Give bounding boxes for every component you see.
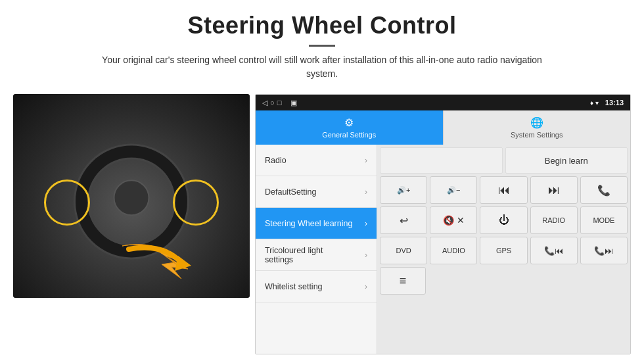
menu-tricolour-label: Tricoloured lightsettings — [265, 246, 365, 264]
signal-icon: ♦ ▾ — [590, 99, 599, 107]
volume-up-button[interactable]: 🔊+ — [380, 176, 427, 204]
back-icon[interactable]: ◁ — [262, 99, 267, 107]
menu-radio-label: Radio — [265, 156, 365, 165]
mute-button[interactable]: 🔇 ✕ — [430, 206, 477, 234]
recent-icon[interactable]: □ — [277, 99, 282, 107]
system-settings-icon: 🌐 — [530, 116, 543, 129]
car-image — [13, 94, 250, 298]
nav-icons: ◁ ○ □ ▣ — [262, 99, 297, 107]
steering-wheel-center — [114, 180, 150, 216]
empty-control-box — [380, 147, 503, 174]
audio-button[interactable]: AUDIO — [430, 237, 477, 264]
dvd-label: DVD — [396, 247, 411, 254]
mode-label: MODE — [593, 216, 614, 224]
menu-list: Radio › DefaultSetting › Steering Wheel … — [256, 145, 377, 354]
control-row-3: DVD AUDIO GPS 📞⏮ 📞⏭ — [380, 237, 628, 264]
next-track-button[interactable]: ⏭ — [530, 176, 578, 204]
back-arrow-icon: ↩ — [400, 214, 408, 227]
dvd-button[interactable]: DVD — [380, 237, 427, 264]
tab-general-label: General Settings — [322, 131, 376, 139]
page-title: Steering Wheel Control — [26, 12, 618, 39]
radio-button[interactable]: RADIO — [530, 206, 578, 234]
phone-answer-button[interactable]: 📞 — [580, 176, 628, 204]
begin-learn-button[interactable]: Begin learn — [505, 147, 628, 174]
radio-label: RADIO — [542, 216, 565, 224]
back-button[interactable]: ↩ — [380, 206, 427, 234]
volume-up-icon: 🔊+ — [397, 186, 410, 195]
prev-track-icon: ⏮ — [498, 183, 510, 197]
highlight-circle-left — [44, 180, 90, 226]
menu-whitelist-label: Whitelist setting — [265, 282, 365, 291]
time-display: 13:13 — [605, 99, 624, 107]
tab-system-label: System Settings — [511, 131, 563, 139]
tab-bar: ⚙ General Settings 🌐 System Settings — [256, 110, 630, 145]
prev-track-button[interactable]: ⏮ — [480, 176, 527, 204]
power-button[interactable]: ⏻ — [480, 206, 527, 234]
volume-down-button[interactable]: 🔊− — [430, 176, 477, 204]
mute-icon: 🔇 ✕ — [443, 215, 465, 226]
content-area: Radio › DefaultSetting › Steering Wheel … — [256, 145, 630, 354]
menu-item-whitelist[interactable]: Whitelist setting › — [256, 271, 377, 302]
chevron-icon: › — [365, 282, 367, 291]
main-content: ◁ ○ □ ▣ ♦ ▾ 13:13 ⚙ General Settings 🌐 — [0, 87, 644, 361]
volume-down-icon: 🔊− — [447, 186, 460, 195]
chevron-icon: › — [365, 156, 367, 165]
tab-general-settings[interactable]: ⚙ General Settings — [256, 110, 443, 145]
control-row-0: Begin learn — [380, 147, 628, 174]
next-track-icon: ⏭ — [548, 183, 560, 197]
chevron-icon: › — [365, 219, 367, 228]
status-right: ♦ ▾ 13:13 — [590, 99, 624, 107]
audio-label: AUDIO — [442, 247, 465, 254]
menu-item-tricolour[interactable]: Tricoloured lightsettings › — [256, 239, 377, 271]
highlight-circle-right — [173, 180, 219, 226]
gps-label: GPS — [496, 247, 511, 254]
power-icon: ⏻ — [499, 214, 509, 226]
menu-default-label: DefaultSetting — [265, 187, 365, 197]
arrow-container — [116, 233, 195, 288]
title-divider — [309, 45, 335, 47]
control-grid: Begin learn 🔊+ 🔊− ⏮ — [377, 145, 630, 354]
mode-button[interactable]: MODE — [580, 206, 628, 234]
chevron-icon: › — [365, 187, 367, 197]
media-icon[interactable]: ▣ — [290, 99, 297, 107]
menu-steering-label: Steering Wheel learning — [265, 219, 365, 228]
gps-button[interactable]: GPS — [480, 237, 527, 264]
control-row-2: ↩ 🔇 ✕ ⏻ RADIO MODE — [380, 206, 628, 234]
phone-next-button[interactable]: 📞⏭ — [580, 237, 628, 264]
phone-prev-button[interactable]: 📞⏮ — [530, 237, 578, 264]
phone-prev-icon: 📞⏮ — [544, 246, 563, 256]
control-row-4: ≡ — [380, 267, 628, 295]
ui-panel: ◁ ○ □ ▣ ♦ ▾ 13:13 ⚙ General Settings 🌐 — [255, 94, 631, 354]
general-settings-icon: ⚙ — [344, 116, 354, 129]
menu-item-radio[interactable]: Radio › — [256, 145, 377, 176]
menu-item-default[interactable]: DefaultSetting › — [256, 176, 377, 208]
control-row-1: 🔊+ 🔊− ⏮ ⏭ 📞 — [380, 176, 628, 204]
header-section: Steering Wheel Control Your original car… — [0, 0, 644, 87]
menu-item-steering[interactable]: Steering Wheel learning › — [256, 208, 377, 239]
subtitle-text: Your original car's steering wheel contr… — [99, 53, 545, 81]
tab-system-settings[interactable]: 🌐 System Settings — [443, 110, 631, 145]
status-bar: ◁ ○ □ ▣ ♦ ▾ 13:13 — [256, 95, 630, 110]
phone-answer-icon: 📞 — [597, 184, 610, 197]
chevron-icon: › — [365, 251, 367, 260]
phone-next-icon: 📞⏭ — [594, 246, 613, 256]
home-icon[interactable]: ○ — [270, 99, 275, 107]
menu-button[interactable]: ≡ — [380, 267, 426, 295]
menu-icon: ≡ — [400, 274, 407, 288]
